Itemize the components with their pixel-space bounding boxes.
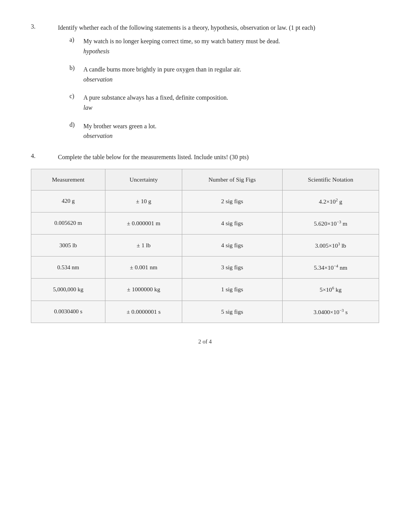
q3-number: 3. — [31, 23, 58, 30]
q3a-statement: My watch is no longer keeping correct ti… — [83, 36, 280, 46]
q3c-statement: A pure substance always has a fixed, def… — [83, 93, 228, 103]
measurements-table: Measurement Uncertainty Number of Sig Fi… — [31, 169, 379, 323]
list-item: d) My brother wears green a lot. observa… — [69, 121, 379, 141]
q3b-answer: observation — [83, 75, 241, 85]
cell-scientific: 5×106 kg — [282, 279, 379, 301]
cell-scientific: 5.620×10−3 m — [282, 212, 379, 234]
cell-uncertainty: ± 1 lb — [105, 235, 182, 257]
list-item: a) My watch is no longer keeping correct… — [69, 36, 379, 56]
table-row: 0.0030400 s± 0.0000001 s5 sig figs3.0400… — [31, 301, 379, 323]
cell-uncertainty: ± 10 g — [105, 190, 182, 212]
table-row: 0.005620 m± 0.000001 m4 sig figs5.620×10… — [31, 212, 379, 234]
question-4: 4. Complete the table below for the meas… — [31, 153, 379, 323]
cell-sigfigs: 2 sig figs — [182, 190, 283, 212]
cell-sigfigs: 1 sig figs — [182, 279, 283, 301]
q3a-answer: hypothesis — [83, 46, 280, 56]
q4-number: 4. — [31, 153, 58, 160]
q3c-content: A pure substance always has a fixed, def… — [83, 93, 228, 112]
question-3: 3. Identify whether each of the followin… — [31, 23, 379, 141]
q3b-content: A candle burns more brightly in pure oxy… — [83, 65, 241, 84]
cell-uncertainty: ± 0.001 nm — [105, 257, 182, 279]
q3c-answer: law — [83, 103, 228, 113]
table-row: 420 g± 10 g2 sig figs4.2×102 g — [31, 190, 379, 212]
table-row: 3005 lb± 1 lb4 sig figs3.005×103 lb — [31, 235, 379, 257]
cell-measurement: 0.534 nm — [31, 257, 105, 279]
cell-sigfigs: 4 sig figs — [182, 235, 283, 257]
page-footer: 2 of 4 — [31, 338, 379, 345]
q3d-statement: My brother wears green a lot. — [83, 121, 156, 131]
col-header-sigfigs: Number of Sig Figs — [182, 169, 283, 190]
col-header-uncertainty: Uncertainty — [105, 169, 182, 190]
table-row: 5,000,000 kg± 1000000 kg1 sig figs5×106 … — [31, 279, 379, 301]
cell-scientific: 4.2×102 g — [282, 190, 379, 212]
table-row: 0.534 nm± 0.001 nm3 sig figs5.34×10−4 nm — [31, 257, 379, 279]
q3a-label: a) — [69, 36, 83, 43]
q3b-statement: A candle burns more brightly in pure oxy… — [83, 65, 241, 75]
cell-measurement: 3005 lb — [31, 235, 105, 257]
cell-scientific: 3.0400×10−3 s — [282, 301, 379, 323]
q3d-answer: observation — [83, 131, 156, 141]
cell-uncertainty: ± 0.000001 m — [105, 212, 182, 234]
cell-measurement: 420 g — [31, 190, 105, 212]
list-item: c) A pure substance always has a fixed, … — [69, 93, 379, 112]
page-number: 2 of 4 — [198, 338, 212, 345]
cell-measurement: 0.0030400 s — [31, 301, 105, 323]
q3d-label: d) — [69, 121, 83, 128]
q3-sub-items: a) My watch is no longer keeping correct… — [69, 36, 379, 141]
cell-scientific: 5.34×10−4 nm — [282, 257, 379, 279]
col-header-measurement: Measurement — [31, 169, 105, 190]
cell-sigfigs: 3 sig figs — [182, 257, 283, 279]
q3c-label: c) — [69, 93, 83, 100]
cell-sigfigs: 4 sig figs — [182, 212, 283, 234]
list-item: b) A candle burns more brightly in pure … — [69, 65, 379, 84]
cell-measurement: 0.005620 m — [31, 212, 105, 234]
q3a-content: My watch is no longer keeping correct ti… — [83, 36, 280, 56]
q3b-label: b) — [69, 65, 83, 71]
col-header-scientific: Scientific Notation — [282, 169, 379, 190]
cell-uncertainty: ± 0.0000001 s — [105, 301, 182, 323]
cell-sigfigs: 5 sig figs — [182, 301, 283, 323]
q3-text: Identify whether each of the following s… — [58, 23, 315, 32]
q4-text: Complete the table below for the measure… — [58, 153, 249, 162]
cell-measurement: 5,000,000 kg — [31, 279, 105, 301]
q3d-content: My brother wears green a lot. observatio… — [83, 121, 156, 141]
cell-uncertainty: ± 1000000 kg — [105, 279, 182, 301]
table-header-row: Measurement Uncertainty Number of Sig Fi… — [31, 169, 379, 190]
cell-scientific: 3.005×103 lb — [282, 235, 379, 257]
q4-header-line: 4. Complete the table below for the meas… — [31, 153, 379, 162]
